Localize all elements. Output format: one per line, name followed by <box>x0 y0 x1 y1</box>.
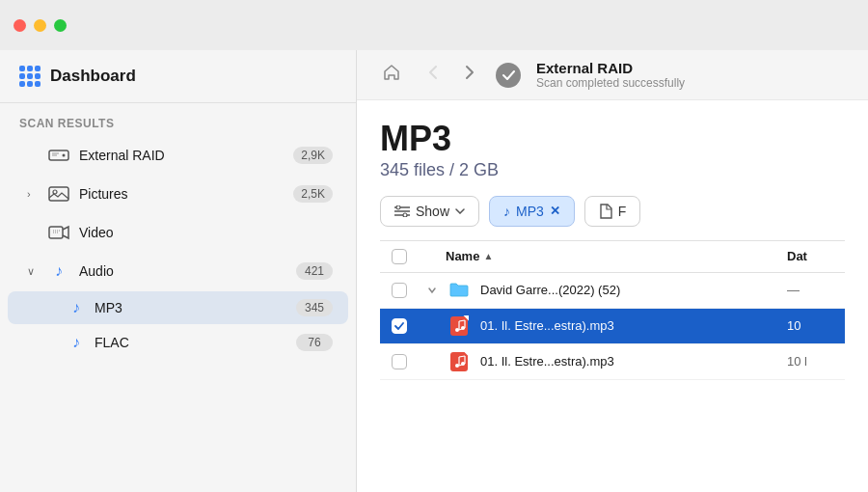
dashboard-icon <box>19 66 41 87</box>
row-2-date: 10 <box>787 318 845 333</box>
svg-line-19 <box>459 320 465 321</box>
music-note-flac-icon: ♪ <box>72 334 80 351</box>
table-body: David Garre...(2022) (52) — <box>380 273 845 380</box>
pictures-icon <box>46 184 71 204</box>
sidebar-audio-label: Audio <box>79 263 296 279</box>
music-note-mp3-icon: ♪ <box>72 299 80 316</box>
header-subtitle: Scan completed successfully <box>536 76 685 90</box>
scan-complete-icon <box>496 63 521 88</box>
mp3-file-icon-2 <box>446 351 473 372</box>
file-type-button[interactable]: F <box>584 196 641 227</box>
scan-results-label: Scan results <box>0 103 356 136</box>
row-2-checkbox-area <box>380 318 419 334</box>
mp3-music-icon: ♪ <box>66 299 87 316</box>
th-name: Name ▲ <box>446 249 787 263</box>
remove-filter-icon[interactable]: ✕ <box>550 204 560 218</box>
sidebar: Dashboard Scan results External RAID 2,9… <box>0 50 357 492</box>
th-name-label: Name <box>446 249 479 263</box>
row-1-checkbox[interactable] <box>392 283 407 298</box>
sidebar-flac-label: FLAC <box>95 335 296 350</box>
chevron-placeholder <box>27 150 42 161</box>
filter-bar: Show ♪ MP3 ✕ F <box>380 196 845 227</box>
close-button[interactable] <box>14 19 26 32</box>
sidebar-item-external-raid[interactable]: External RAID 2,9K <box>8 137 348 174</box>
sidebar-pictures-label: Pictures <box>79 186 293 202</box>
content-area: External RAID Scan completed successfull… <box>357 50 868 492</box>
header-checkbox[interactable] <box>392 249 407 264</box>
row-1-date: — <box>787 283 845 297</box>
folder-icon <box>446 280 473 301</box>
row-3-checkbox-area <box>380 354 419 369</box>
home-button[interactable] <box>376 60 407 90</box>
sidebar-audio-badge: 421 <box>296 262 333 280</box>
th-date: Dat <box>787 249 845 263</box>
file-table: Name ▲ Dat <box>380 240 845 492</box>
sidebar-pictures-badge: 2,5K <box>293 185 333 203</box>
video-icon <box>46 223 71 242</box>
svg-point-12 <box>396 205 400 209</box>
content-toolbar: External RAID Scan completed successfull… <box>357 50 868 100</box>
row-1-checkbox-area <box>380 283 419 298</box>
row-2-checkbox[interactable] <box>392 318 407 334</box>
main-container: Dashboard Scan results External RAID 2,9… <box>0 50 868 492</box>
svg-line-25 <box>459 356 465 357</box>
dashboard-button[interactable]: Dashboard <box>0 50 356 103</box>
file-type-label: F <box>618 204 627 219</box>
sidebar-item-pictures[interactable]: › Pictures 2,5K <box>8 176 348 212</box>
svg-point-1 <box>63 154 66 157</box>
svg-point-13 <box>403 213 407 217</box>
svg-rect-4 <box>49 187 68 201</box>
row-1-name: David Garre...(2022) (52) <box>480 283 787 297</box>
table-row[interactable]: David Garre...(2022) (52) — <box>380 273 845 309</box>
sidebar-external-raid-label: External RAID <box>79 148 293 163</box>
page-title: MP3 <box>380 120 845 158</box>
mp3-file-indicator <box>450 316 468 336</box>
mp3-filter-label: MP3 <box>516 204 544 219</box>
svg-point-20 <box>455 364 459 368</box>
sidebar-external-raid-badge: 2,9K <box>293 147 333 164</box>
mp3-file-indicator-2 <box>450 352 468 371</box>
mp3-file-icon <box>446 315 473 337</box>
dashboard-label: Dashboard <box>50 67 136 86</box>
flac-music-icon: ♪ <box>66 334 87 351</box>
forward-button[interactable] <box>459 61 480 89</box>
svg-point-14 <box>455 328 459 332</box>
hdd-icon <box>46 146 71 165</box>
sidebar-item-video[interactable]: Video <box>8 214 348 251</box>
table-header: Name ▲ Dat <box>380 241 845 273</box>
sidebar-video-label: Video <box>79 225 333 240</box>
chevron-pictures: › <box>27 188 42 200</box>
chevron-video-placeholder <box>27 227 42 238</box>
page-subtitle: 345 files / 2 GB <box>380 160 845 180</box>
sidebar-mp3-badge: 345 <box>296 299 333 316</box>
row-2-name: 01. Il. Estre...estra).mp3 <box>480 318 787 333</box>
row-3-checkbox[interactable] <box>392 354 407 369</box>
table-row[interactable]: 01. Il. Estre...estra).mp3 10 l <box>380 344 845 380</box>
sidebar-item-audio[interactable]: ∨ ♪ Audio 421 <box>8 253 348 289</box>
chevron-audio: ∨ <box>27 265 42 278</box>
sidebar-flac-badge: 76 <box>296 334 333 351</box>
mp3-filter-tag[interactable]: ♪ MP3 ✕ <box>489 196 575 227</box>
sidebar-item-flac[interactable]: ♪ FLAC 76 <box>8 326 348 359</box>
sort-arrow-icon: ▲ <box>483 251 493 261</box>
row-1-expand[interactable] <box>419 286 446 295</box>
back-button[interactable] <box>422 61 444 89</box>
sidebar-item-mp3[interactable]: ♪ MP3 345 <box>8 291 348 324</box>
th-checkbox <box>380 249 419 264</box>
music-note-icon: ♪ <box>55 262 63 280</box>
title-bar <box>0 0 868 50</box>
table-row[interactable]: 01. Il. Estre...estra).mp3 10 <box>380 309 845 344</box>
header-title-area: External RAID Scan completed successfull… <box>536 60 685 90</box>
header-title: External RAID <box>536 60 685 76</box>
mp3-filter-icon: ♪ <box>503 204 510 219</box>
row-3-date: 10 l <box>787 354 845 369</box>
show-label: Show <box>416 204 449 219</box>
show-filter-button[interactable]: Show <box>380 196 479 227</box>
page-content: MP3 345 files / 2 GB Show <box>357 100 868 492</box>
maximize-button[interactable] <box>54 19 67 32</box>
svg-point-5 <box>53 190 57 194</box>
window-controls <box>14 19 67 32</box>
audio-icon: ♪ <box>46 261 71 281</box>
minimize-button[interactable] <box>34 19 46 32</box>
sidebar-mp3-label: MP3 <box>95 300 296 315</box>
